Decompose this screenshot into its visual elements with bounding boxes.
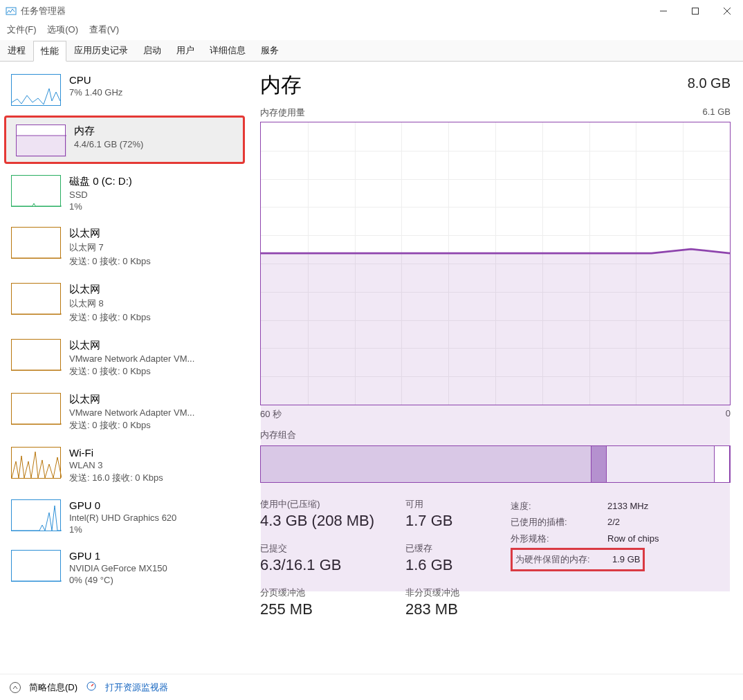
- sidebar-item-9[interactable]: GPU 1 NVIDIA GeForce MX150 0% (49 °C): [0, 542, 249, 592]
- sidebar-thumb: [11, 74, 61, 106]
- sidebar-title: 以太网: [69, 283, 151, 296]
- menubar: 文件(F) 选项(O) 查看(V): [0, 22, 743, 37]
- sidebar-line3: 1%: [69, 201, 132, 212]
- sidebar-thumb: [11, 499, 61, 531]
- sidebar-title: GPU 0: [69, 499, 176, 511]
- tab-bar: 进程性能应用历史记录启动用户详细信息服务: [0, 40, 743, 62]
- usage-max: 6.1 GB: [703, 107, 731, 119]
- minimize-button[interactable]: [648, 0, 679, 22]
- usage-label: 内存使用量: [260, 107, 305, 119]
- sidebar-item-3[interactable]: 以太网 以太网 7 发送: 0 接收: 0 Kbps: [0, 219, 249, 275]
- open-resmon-link[interactable]: 打开资源监视器: [105, 681, 168, 694]
- sidebar-line2: Intel(R) UHD Graphics 620: [69, 513, 176, 523]
- sidebar-item-0[interactable]: CPU 7% 1.40 GHz: [0, 66, 249, 113]
- sidebar-line3: 0% (49 °C): [69, 575, 167, 585]
- main-heading: 内存: [260, 71, 302, 100]
- menu-file[interactable]: 文件(F): [7, 24, 37, 35]
- sidebar-line3: 发送: 0 接收: 0 Kbps: [69, 311, 151, 324]
- tab-0[interactable]: 进程: [0, 40, 33, 61]
- performance-sidebar: CPU 7% 1.40 GHz 内存 4.4/6.1 GB (72%) 磁盘 0…: [0, 62, 249, 676]
- sidebar-thumb: [11, 447, 61, 479]
- maximize-button[interactable]: [679, 0, 711, 22]
- sidebar-item-7[interactable]: Wi-Fi WLAN 3 发送: 16.0 接收: 0 Kbps: [0, 439, 249, 491]
- tab-2[interactable]: 应用历史记录: [66, 40, 136, 61]
- sidebar-line2: VMware Network Adapter VM...: [69, 407, 194, 418]
- window-controls: [648, 0, 743, 22]
- composition-seg-in_use: [261, 446, 591, 482]
- menu-view[interactable]: 查看(V): [89, 24, 119, 35]
- memory-usage-chart: [260, 122, 731, 405]
- tab-5[interactable]: 详细信息: [202, 40, 253, 61]
- sidebar-title: Wi-Fi: [69, 447, 163, 459]
- main-panel: 内存 8.0 GB 内存使用量 6.1 GB 60 秒 0 内存组合 使用中(已…: [249, 62, 743, 676]
- close-button[interactable]: [711, 0, 743, 22]
- sidebar-title: 以太网: [69, 339, 194, 352]
- sidebar-line2: 以太网 8: [69, 297, 151, 310]
- sidebar-item-2[interactable]: 磁盘 0 (C: D:) SSD 1%: [0, 167, 249, 219]
- chevron-up-icon[interactable]: [10, 682, 21, 693]
- sidebar-item-8[interactable]: GPU 0 Intel(R) UHD Graphics 620 1%: [0, 491, 249, 542]
- sidebar-title: CPU: [69, 74, 122, 86]
- footer-bar: 简略信息(D) 打开资源监视器: [0, 674, 743, 700]
- sidebar-line2: VMware Network Adapter VM...: [69, 353, 194, 364]
- resmon-icon: [86, 681, 97, 694]
- sidebar-item-1[interactable]: 内存 4.4/6.1 GB (72%): [4, 116, 245, 164]
- sidebar-thumb: [11, 283, 61, 315]
- sidebar-line3: 发送: 16.0 接收: 0 Kbps: [69, 472, 163, 484]
- sidebar-thumb: [11, 393, 61, 425]
- sidebar-thumb: [16, 125, 66, 156]
- fewer-details-link[interactable]: 简略信息(D): [29, 681, 77, 694]
- tab-3[interactable]: 启动: [136, 40, 169, 61]
- svg-rect-5: [17, 136, 66, 157]
- memory-composition-chart: [260, 445, 731, 483]
- sidebar-item-4[interactable]: 以太网 以太网 8 发送: 0 接收: 0 Kbps: [0, 275, 249, 331]
- window-title: 任务管理器: [21, 5, 648, 17]
- sidebar-line2: 7% 1.40 GHz: [69, 87, 122, 98]
- sidebar-thumb: [11, 339, 61, 371]
- sidebar-line2: 以太网 7: [69, 241, 151, 254]
- composition-seg-modified: [591, 446, 607, 482]
- titlebar: 任务管理器: [0, 0, 743, 22]
- sidebar-thumb: [11, 227, 61, 259]
- sidebar-line3: 发送: 0 接收: 0 Kbps: [69, 365, 194, 378]
- sidebar-line3: 发送: 0 接收: 0 Kbps: [69, 255, 151, 268]
- sidebar-title: 内存: [74, 125, 143, 138]
- app-icon: [6, 6, 17, 17]
- sidebar-thumb: [11, 550, 61, 582]
- svg-line-7: [91, 684, 93, 686]
- menu-options[interactable]: 选项(O): [47, 24, 78, 35]
- sidebar-item-5[interactable]: 以太网 VMware Network Adapter VM... 发送: 0 接…: [0, 331, 249, 385]
- sidebar-title: 磁盘 0 (C: D:): [69, 175, 132, 188]
- tab-6[interactable]: 服务: [253, 40, 286, 61]
- tab-4[interactable]: 用户: [169, 40, 202, 61]
- tab-1[interactable]: 性能: [33, 41, 66, 62]
- svg-rect-2: [692, 8, 699, 15]
- sidebar-line3: 1%: [69, 524, 176, 535]
- sidebar-item-6[interactable]: 以太网 VMware Network Adapter VM... 发送: 0 接…: [0, 385, 249, 439]
- sidebar-title: 以太网: [69, 393, 194, 406]
- sidebar-title: 以太网: [69, 227, 151, 240]
- sidebar-line2: WLAN 3: [69, 460, 163, 470]
- composition-seg-standby: [607, 446, 715, 482]
- sidebar-line2: 4.4/6.1 GB (72%): [74, 139, 143, 149]
- total-memory: 8.0 GB: [688, 75, 731, 91]
- sidebar-line2: NVIDIA GeForce MX150: [69, 563, 167, 573]
- sidebar-line3: 发送: 0 接收: 0 Kbps: [69, 419, 194, 432]
- sidebar-title: GPU 1: [69, 550, 167, 562]
- composition-seg-free: [715, 446, 730, 482]
- sidebar-thumb: [11, 175, 61, 207]
- sidebar-line2: SSD: [69, 190, 132, 200]
